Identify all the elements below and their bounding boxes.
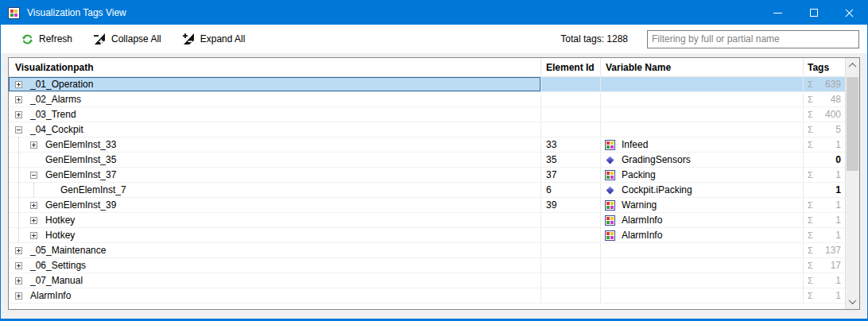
tag-variable-diamond-icon [605, 185, 615, 195]
sigma-symbol: Σ [808, 291, 818, 300]
tree-expander-plus-icon[interactable] [30, 202, 37, 209]
table-row[interactable]: _02_Alarms Σ 48 [9, 92, 845, 107]
total-tags-label: Total tags: 1288 [560, 33, 628, 44]
tree-indent-guide [15, 213, 30, 227]
path-label: _02_Alarms [30, 94, 81, 105]
tag-count: 1 [835, 215, 841, 226]
scroll-down-arrow-icon[interactable] [846, 294, 859, 309]
variable-label: AlarmInfo [622, 230, 662, 241]
path-label: GenElemInst_37 [45, 169, 116, 180]
tree-expander-plus-icon[interactable] [15, 292, 22, 300]
variable-label: Infeed [622, 139, 648, 150]
tags-cell: Σ 1 [804, 137, 845, 152]
vertical-scrollbar[interactable] [845, 58, 859, 309]
variable-cell: Warning [601, 198, 804, 212]
tree-expander-plus-icon[interactable] [15, 277, 22, 284]
table-row[interactable]: _05_Maintenance Σ 137 [9, 243, 845, 258]
path-label: _07_Manual [30, 275, 83, 286]
variable-cell [601, 92, 804, 106]
path-cell: _02_Alarms [9, 92, 541, 106]
table-row[interactable]: _07_Manual Σ 1 [9, 273, 845, 288]
path-cell: Hotkey [9, 213, 541, 227]
tree-indent-guide [15, 168, 30, 182]
table-row[interactable]: _01_Operation Σ 639 [9, 77, 845, 92]
path-cell: _05_Maintenance [9, 243, 541, 257]
tags-table: Visualizationpath Element Id Variable Na… [8, 57, 860, 310]
column-header-element-id[interactable]: Element Id [541, 58, 601, 76]
path-cell: GenElemInst_33 [9, 137, 541, 152]
element-id-cell [541, 213, 601, 227]
table-row[interactable]: Hotkey AlarmInfo Σ 1 [9, 213, 845, 228]
table-row[interactable]: GenElemInst_37 37 Packing Σ 1 [9, 168, 845, 183]
tree-expander-plus-icon[interactable] [15, 262, 22, 269]
close-icon [844, 8, 854, 18]
table-row[interactable]: _03_Trend Σ 400 [9, 107, 845, 122]
tree-expander-plus-icon[interactable] [30, 217, 37, 224]
tag-count: 5 [835, 124, 841, 135]
tree-expander-minus-icon[interactable] [30, 172, 37, 179]
path-label: _06_Settings [30, 260, 86, 271]
table-header: Visualizationpath Element Id Variable Na… [9, 58, 859, 77]
tree-expander-minus-icon[interactable] [15, 126, 22, 133]
table-row[interactable]: GenElemInst_35 35 GradingSensors 0 [9, 153, 845, 168]
tree-expander-plus-icon[interactable] [30, 141, 37, 149]
scrollbar-thumb[interactable] [847, 77, 858, 171]
variable-label: Warning [622, 199, 657, 211]
table-row[interactable]: _04_Cockpit Σ 5 [9, 122, 845, 137]
path-cell: _07_Manual [9, 273, 541, 288]
column-header-visualizationpath[interactable]: Visualizationpath [9, 58, 541, 76]
titlebar[interactable]: Visualization Tags View [1, 1, 867, 25]
element-id-cell: 6 [541, 183, 601, 197]
tags-cell: Σ 1 [804, 273, 845, 288]
table-row[interactable]: GenElemInst_33 33 Infeed Σ 1 [9, 137, 845, 153]
visualization-tags-view-window: Visualization Tags View Refresh Col [0, 0, 868, 321]
close-button[interactable] [831, 1, 867, 25]
table-row[interactable]: AlarmInfo Σ 1 [9, 288, 845, 304]
tags-cell: Σ 1 [804, 288, 845, 303]
expand-all-icon [182, 33, 195, 45]
tree-expander-plus-icon[interactable] [15, 81, 22, 88]
tag-count: 1 [835, 139, 841, 150]
tree-indent-guide [15, 153, 30, 167]
tree-expander-plus-icon[interactable] [15, 247, 22, 254]
sigma-symbol: Σ [808, 230, 818, 240]
minimize-button[interactable] [760, 1, 796, 25]
collapse-all-button[interactable]: Collapse All [93, 33, 161, 45]
minimize-icon [773, 13, 782, 14]
variable-label: Packing [622, 169, 656, 180]
tree-indent-guide [15, 198, 30, 212]
element-id-cell [541, 77, 601, 91]
sigma-symbol: Σ [808, 215, 818, 225]
table-row[interactable]: GenElemInst_39 39 Warning Σ 1 [9, 198, 845, 213]
refresh-icon [21, 33, 33, 45]
tree-expander-plus-icon[interactable] [15, 111, 22, 118]
screen-variable-icon [605, 230, 615, 241]
tree-indent-guide [15, 228, 30, 242]
variable-cell [601, 258, 804, 273]
scroll-up-arrow-icon[interactable] [846, 58, 859, 73]
sigma-symbol: Σ [808, 79, 818, 89]
table-row[interactable]: GenElemInst_7 6 Cockpit.iPacking 1 [9, 183, 845, 198]
refresh-button[interactable]: Refresh [21, 33, 72, 45]
tree-expander-plus-icon[interactable] [30, 232, 37, 239]
path-cell: _03_Trend [9, 107, 541, 122]
table-row[interactable]: Hotkey AlarmInfo Σ 1 [9, 228, 845, 243]
path-label: _03_Trend [30, 109, 76, 120]
variable-label: AlarmInfo [622, 215, 662, 226]
variable-cell [601, 243, 804, 257]
column-header-tags[interactable]: Tags [804, 58, 845, 76]
tags-cell: Σ 1 [804, 168, 845, 182]
table-row[interactable]: _06_Settings Σ 17 [9, 258, 845, 273]
variable-cell [601, 107, 804, 122]
filter-input[interactable] [647, 30, 859, 48]
column-header-variable-name[interactable]: Variable Name [601, 58, 804, 76]
tree-expander-plus-icon[interactable] [15, 96, 22, 103]
variable-cell: Infeed [601, 137, 804, 152]
maximize-button[interactable] [796, 1, 831, 25]
expand-all-button[interactable]: Expand All [182, 33, 246, 45]
tree-indent-guide [30, 183, 45, 197]
tags-cell: Σ 137 [804, 243, 845, 257]
tag-count: 1 [835, 230, 841, 241]
variable-cell [601, 273, 804, 288]
tag-count: 17 [831, 260, 841, 271]
